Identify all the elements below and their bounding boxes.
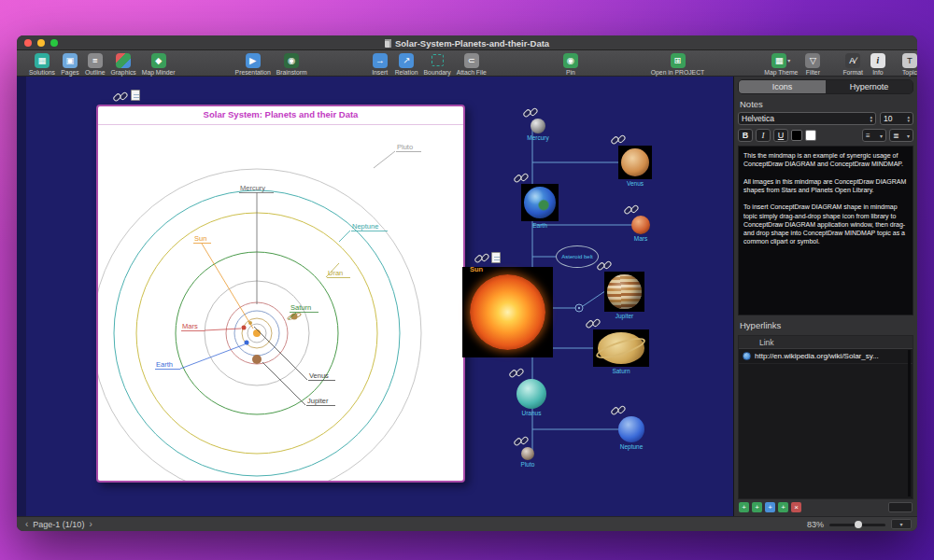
chevron-down-icon: ▾: [787, 57, 790, 63]
toolbar-solutions-button[interactable]: ▦Solutions: [26, 52, 58, 76]
mindmap-label-pluto: Pluto: [521, 461, 535, 468]
mindmap-node-asteroid-belt[interactable]: Asteroid belt: [556, 245, 599, 268]
add-hyperlink-icon[interactable]: +: [752, 502, 762, 512]
mindmap-node-uranus[interactable]: Uranus: [517, 379, 546, 409]
canvas[interactable]: Solar System: Planets and their Data Plu…: [17, 77, 733, 516]
font-size-value: 10: [884, 114, 892, 123]
zoom-slider[interactable]: [829, 520, 885, 529]
highlight-color-swatch[interactable]: [805, 130, 816, 141]
toolbar-iconwrap: i: [870, 52, 885, 68]
svg-text:Earth: Earth: [156, 360, 173, 369]
mindmap-label-earth: Earth: [532, 222, 547, 229]
toolbar-attach-file-button[interactable]: ⊂Attach File: [454, 52, 489, 76]
underline-button[interactable]: U: [773, 129, 788, 142]
font-size-select[interactable]: 10 ▴▾: [880, 112, 913, 125]
toolbar-filter-button[interactable]: ▽Filter: [800, 52, 825, 76]
diagram-topic-panel[interactable]: Solar System: Planets and their Data Plu…: [96, 105, 465, 483]
toolbar-format-button[interactable]: A∕Format: [840, 52, 866, 76]
tab-icons[interactable]: Icons: [739, 80, 826, 93]
sun-planet-image: [470, 274, 545, 350]
add-symbol-icon[interactable]: +: [765, 502, 775, 512]
toolbar-iconwrap: ▣: [63, 52, 78, 68]
brainstorm-icon: ◉: [284, 53, 299, 68]
add-image-icon[interactable]: +: [778, 502, 788, 512]
venus-planet-image: [621, 148, 649, 176]
zoom-slider-knob[interactable]: [855, 521, 862, 528]
mindmap-node-venus[interactable]: Venus: [618, 146, 652, 179]
diagram-title: Solar System: Planets and their Data: [98, 109, 463, 119]
toolbar-topic-label: Topic: [902, 69, 917, 76]
toolbar-group: ◉Pin: [559, 52, 583, 76]
add-note-icon[interactable]: +: [739, 502, 749, 512]
prev-page-button[interactable]: ‹: [22, 519, 31, 529]
toolbar-relation-button[interactable]: ↗Relation: [392, 52, 421, 76]
toolbar-insert-button[interactable]: →Insert: [368, 52, 392, 76]
solutions-icon: ▦: [35, 53, 50, 68]
title-bar[interactable]: Solar-System-Planets-and-their-Data: [17, 35, 917, 50]
attach-file-icon: ⊂: [464, 53, 479, 68]
toolbar-map-theme-button[interactable]: ▦▾Map Theme: [761, 52, 800, 76]
mindmap-node-mercury[interactable]: Mercury: [531, 119, 545, 133]
diagram-title-rule: [98, 124, 463, 125]
toolbar-iconwrap: ⊂: [464, 52, 479, 68]
text-color-swatch[interactable]: [791, 130, 802, 141]
mindmap-node-saturn[interactable]: Saturn: [593, 329, 649, 367]
toolbar-iconwrap: [431, 52, 445, 68]
toolbar-map-minder-button[interactable]: ◆Map Minder: [139, 52, 178, 76]
presentation-icon: ▶: [246, 53, 261, 68]
note-icon: [491, 252, 501, 263]
chevron-down-icon: ▾: [907, 133, 910, 139]
svg-text:Venus: Venus: [309, 371, 329, 380]
toolbar-info-button[interactable]: iInfo: [866, 52, 890, 76]
svg-text:Neptune: Neptune: [352, 222, 378, 231]
panel-options-button[interactable]: [888, 502, 913, 512]
notes-textarea[interactable]: This the mindmap is an example of synerg…: [738, 146, 913, 315]
open-in-project-icon: ⊞: [671, 53, 686, 68]
bold-button[interactable]: B: [738, 129, 753, 142]
toolbar-iconwrap: ▽: [805, 52, 820, 68]
scrollbar-track[interactable]: [908, 350, 911, 497]
mindmap-node-pluto[interactable]: Pluto: [521, 447, 534, 460]
hyperlinks-section-label: Hyperlinks: [740, 320, 913, 330]
next-page-button[interactable]: ›: [86, 519, 94, 529]
hyperlink-row[interactable]: http://en.wikipedia.org/wiki/Solar_sy...: [739, 349, 913, 364]
zoom-button[interactable]: [50, 39, 58, 47]
toolbar-topic-button[interactable]: TTopic: [898, 52, 917, 76]
page-indicator[interactable]: Page-1 (1/10): [31, 520, 86, 529]
list-format-select[interactable]: ≡ ▾: [862, 129, 886, 142]
link-column-header: Link: [739, 336, 913, 349]
mindmap-node-sun[interactable]: Sun: [462, 267, 553, 357]
toolbar-info-label: Info: [872, 69, 883, 76]
minimize-button[interactable]: [37, 39, 45, 47]
zoom-options-button[interactable]: ▾: [891, 519, 912, 529]
toolbar-graphics-button[interactable]: Graphics: [108, 52, 139, 76]
mindmap-label-saturn: Saturn: [612, 368, 630, 374]
font-family-select[interactable]: Helvetica ▴▾: [738, 112, 876, 125]
mindmap-node-neptune[interactable]: Neptune: [618, 416, 644, 442]
toolbar-iconwrap: ⊞: [671, 52, 686, 68]
globe-icon: [743, 352, 751, 360]
toolbar-group: ⊞Open in PROJECT: [648, 52, 707, 76]
tab-hypernote[interactable]: Hypernote: [826, 80, 913, 93]
pluto-planet-image: [521, 447, 534, 460]
mindmap-node-jupiter[interactable]: Jupiter: [604, 272, 644, 312]
filter-icon: ▽: [805, 53, 820, 68]
toolbar-insert-label: Insert: [372, 69, 388, 76]
alignment-select[interactable]: ≣ ▾: [889, 129, 913, 142]
close-button[interactable]: [24, 39, 32, 47]
mindmap-node-mars[interactable]: Mars: [631, 216, 650, 234]
toolbar-solutions-label: Solutions: [29, 69, 55, 76]
mindmap-node-earth[interactable]: Earth: [521, 184, 559, 221]
toolbar-open-in-project-button[interactable]: ⊞Open in PROJECT: [648, 52, 707, 76]
hyperlinks-table: Link http://en.wikipedia.org/wiki/Solar_…: [738, 335, 913, 499]
toolbar-boundary-button[interactable]: Boundary: [421, 52, 454, 76]
remove-icon[interactable]: ×: [791, 502, 801, 512]
toolbar-iconwrap: [116, 52, 131, 68]
toolbar-outline-button[interactable]: ≡Outline: [82, 52, 108, 76]
toolbar-presentation-button[interactable]: ▶Presentation: [233, 52, 274, 76]
toolbar-brainstorm-button[interactable]: ◉Brainstorm: [274, 52, 310, 76]
toolbar-open-in-project-label: Open in PROJECT: [651, 69, 704, 76]
toolbar-pin-button[interactable]: ◉Pin: [559, 52, 583, 76]
toolbar-pages-button[interactable]: ▣Pages: [58, 52, 82, 76]
italic-button[interactable]: I: [756, 129, 771, 142]
